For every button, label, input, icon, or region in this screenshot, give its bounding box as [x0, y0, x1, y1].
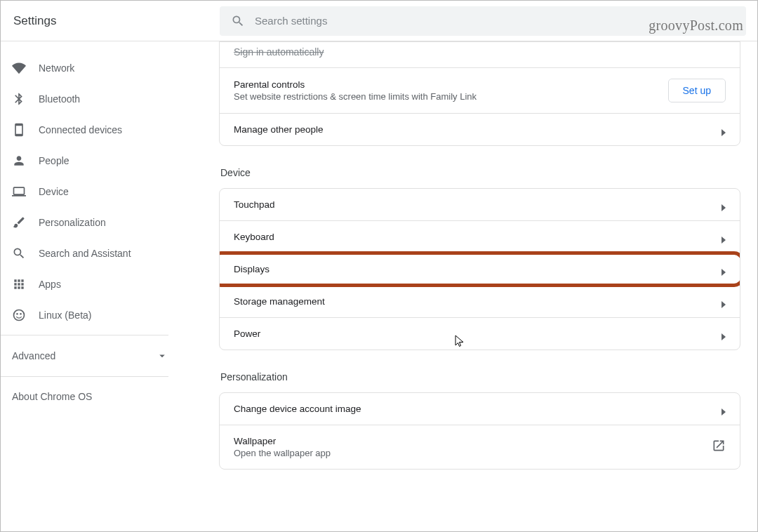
laptop-icon: [12, 185, 26, 199]
apps-icon: [12, 277, 26, 291]
personalization-card: Change device account image Wallpaper Op…: [219, 392, 740, 470]
brush-icon: [12, 215, 26, 230]
svg-point-0: [14, 310, 25, 321]
row-parental-controls: Parental controls Set website restrictio…: [220, 67, 740, 113]
row-touchpad[interactable]: Touchpad: [220, 189, 740, 220]
row-title: Wallpaper: [234, 436, 331, 446]
row-title: Parental controls: [234, 79, 477, 90]
sidebar-item-label: Device: [39, 186, 69, 197]
sidebar-item-connected-devices[interactable]: Connected devices: [1, 114, 180, 145]
divider: [1, 376, 168, 377]
people-card: Sign in automatically Parental controls …: [219, 41, 740, 146]
chevron-right-icon: [722, 234, 726, 241]
sidebar: Network Bluetooth Connected devices Peop…: [1, 41, 180, 532]
sidebar-item-search-assistant[interactable]: Search and Assistant: [1, 238, 180, 269]
linux-icon: [12, 308, 26, 322]
row-title: Change device account image: [234, 404, 361, 414]
external-link-icon: [712, 439, 726, 455]
sidebar-item-linux[interactable]: Linux (Beta): [1, 300, 180, 331]
sidebar-item-device[interactable]: Device: [1, 176, 180, 207]
row-wallpaper[interactable]: Wallpaper Open the wallpaper app: [220, 425, 740, 469]
chevron-right-icon: [722, 266, 726, 273]
row-signin-auto-truncated: Sign in automatically: [220, 42, 740, 67]
search-wrap: [220, 6, 746, 36]
search-box[interactable]: [220, 6, 746, 36]
sidebar-item-label: Connected devices: [39, 124, 122, 135]
row-change-account-image[interactable]: Change device account image: [220, 393, 740, 425]
row-storage-management[interactable]: Storage management: [220, 285, 740, 317]
sidebar-item-label: Search and Assistant: [39, 248, 131, 259]
svg-point-1: [16, 313, 18, 315]
search-input[interactable]: [255, 15, 735, 27]
page-title: Settings: [12, 14, 220, 28]
person-icon: [12, 154, 26, 168]
row-title: Power: [234, 328, 260, 339]
section-title-device: Device: [220, 167, 740, 178]
row-subtitle: Set website restrictions & screen time l…: [234, 91, 477, 102]
row-power[interactable]: Power: [220, 317, 740, 350]
row-displays[interactable]: Displays: [220, 253, 740, 285]
row-manage-people[interactable]: Manage other people: [220, 113, 740, 145]
svg-point-2: [20, 313, 22, 315]
sidebar-item-personalization[interactable]: Personalization: [1, 207, 180, 238]
sidebar-advanced-label: Advanced: [12, 350, 55, 361]
wifi-icon: [12, 61, 26, 75]
row-title: Storage management: [234, 296, 325, 307]
search-icon: [231, 14, 245, 28]
chevron-right-icon: [722, 331, 726, 338]
chevron-right-icon: [722, 298, 726, 305]
chevron-right-icon: [722, 406, 726, 413]
chevron-right-icon: [722, 201, 726, 208]
sidebar-advanced[interactable]: Advanced: [1, 340, 180, 372]
main-content: Sign in automatically Parental controls …: [180, 41, 757, 532]
setup-button[interactable]: Set up: [668, 79, 726, 102]
sidebar-item-label: Network: [39, 62, 74, 74]
search-icon: [12, 246, 26, 260]
section-title-personalization: Personalization: [220, 371, 740, 383]
row-title: Touchpad: [234, 199, 275, 210]
row-title: Manage other people: [234, 124, 324, 135]
sidebar-about[interactable]: About Chrome OS: [1, 381, 180, 412]
chevron-right-icon: [722, 126, 726, 133]
sidebar-item-label: Apps: [39, 279, 61, 290]
device-card: Touchpad Keyboard Displays Storage manag…: [219, 188, 740, 350]
sidebar-item-bluetooth[interactable]: Bluetooth: [1, 84, 180, 114]
sidebar-item-label: Personalization: [39, 217, 106, 228]
sidebar-item-label: Linux (Beta): [39, 310, 91, 321]
divider: [1, 335, 168, 335]
sidebar-item-apps[interactable]: Apps: [1, 269, 180, 300]
header: Settings: [1, 1, 757, 41]
sidebar-item-people[interactable]: People: [1, 145, 180, 176]
row-title: Displays: [234, 264, 270, 274]
row-keyboard[interactable]: Keyboard: [220, 220, 740, 253]
sidebar-item-label: People: [39, 155, 69, 166]
bluetooth-icon: [12, 92, 26, 106]
sidebar-item-network[interactable]: Network: [1, 53, 180, 84]
chevron-down-icon: [156, 350, 168, 362]
phone-icon: [12, 123, 26, 137]
row-title: Keyboard: [234, 232, 274, 242]
row-subtitle: Open the wallpaper app: [234, 448, 331, 458]
sidebar-item-label: Bluetooth: [39, 93, 80, 105]
